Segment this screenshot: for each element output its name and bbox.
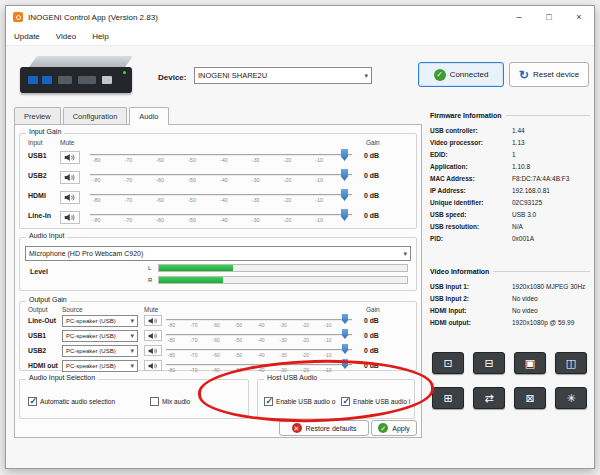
mute-button[interactable] xyxy=(60,171,80,184)
tick-label: -70 xyxy=(124,217,132,223)
output-gain-group: Output Gain Output Source Mute Gain Line… xyxy=(19,301,417,371)
mute-button[interactable] xyxy=(144,330,162,341)
layout-single-button[interactable]: ⊡ xyxy=(432,352,464,374)
mute-button[interactable] xyxy=(144,360,162,371)
tab-audio[interactable]: Audio xyxy=(129,107,168,125)
info-row: HDMI Input:No video xyxy=(430,304,590,316)
mute-button[interactable] xyxy=(144,345,162,356)
device-bar: Device: INOGENI SHARE2U ▾ ✓ Connected ↻ … xyxy=(6,46,594,106)
info-value: 0x001A xyxy=(512,235,534,242)
menu-help[interactable]: Help xyxy=(92,32,108,41)
source-select[interactable]: PC-speaker (USB)▾ xyxy=(62,345,138,357)
slider-tick-labels: -80-70-60-50-40-30-20-10 xyxy=(168,322,332,328)
slider-tick-labels: -80-70-60-50-40-30-20-10 xyxy=(93,217,324,223)
info-value: F8:DC:7A:4A:4B:F3 xyxy=(512,175,569,182)
checkbox[interactable] xyxy=(28,397,37,406)
slider-thumb[interactable] xyxy=(342,329,348,339)
mute-button[interactable] xyxy=(60,151,80,164)
minimize-button[interactable]: – xyxy=(504,6,534,28)
slider-tick-labels: -80-70-60-50-40-30-20-10 xyxy=(168,367,332,373)
slider-tick-labels: -80-70-60-50-40-30-20-10 xyxy=(93,157,324,163)
gain-slider[interactable]: -80-70-60-50-40-30-20-10 xyxy=(90,208,352,228)
close-button[interactable]: × xyxy=(564,6,594,28)
freeze-icon: ✳ xyxy=(566,392,575,405)
mute-button[interactable] xyxy=(60,191,80,204)
checkbox[interactable] xyxy=(341,397,350,406)
reset-label: Reset device xyxy=(533,70,579,79)
maximize-button[interactable]: □ xyxy=(534,6,564,28)
input-name: Line-In xyxy=(28,212,51,219)
mix-audio-option[interactable]: Mix audio xyxy=(150,397,190,406)
mute-button[interactable] xyxy=(60,211,80,224)
source-select[interactable]: PC-speaker (USB)▾ xyxy=(62,330,138,342)
tick-label: -80 xyxy=(93,157,101,163)
layout-grid-button[interactable]: ▣ xyxy=(514,352,546,374)
checkbox[interactable] xyxy=(150,397,159,406)
gain-value: 0 dB xyxy=(364,332,379,339)
apply-label: Apply xyxy=(392,425,410,432)
tick-label: -80 xyxy=(93,177,101,183)
tick-label: -70 xyxy=(124,197,132,203)
host-usb-audio-group: Host USB Audio Enable USB audio o Enable… xyxy=(257,379,415,419)
enable-usb-audio-input-option[interactable]: Enable USB audio i xyxy=(341,397,410,406)
tick-label: -50 xyxy=(235,337,242,343)
tick-label: -70 xyxy=(190,322,197,328)
info-row: Application:1.10.8 xyxy=(430,160,590,172)
tick-label: -20 xyxy=(283,177,291,183)
source-select[interactable]: PC-speaker (USB)▾ xyxy=(62,315,138,327)
slider-thumb[interactable] xyxy=(342,359,348,369)
info-label: PID: xyxy=(430,235,512,242)
level-meter-l xyxy=(158,264,408,272)
reset-device-button[interactable]: ↻ Reset device xyxy=(509,62,589,87)
info-value: 192.168.0.81 xyxy=(512,187,550,194)
audio-input-select[interactable]: Microphone (HD Pro Webcam C920) ▾ xyxy=(25,246,411,261)
layout-wide-button[interactable]: ⊟ xyxy=(473,352,505,374)
input-gain-row-usb2: USB2 -80-70-60-50-40-30-20-10 0 dB xyxy=(20,168,416,188)
window-title: INOGENI Control App (Version 2.83) xyxy=(28,13,158,22)
gain-slider[interactable]: -80-70-60-50-40-30-20-10 xyxy=(90,168,352,188)
title-bar: INOGENI Control App (Version 2.83) – □ × xyxy=(6,6,594,28)
restore-defaults-button[interactable]: ✕ Restore defaults xyxy=(279,420,369,436)
device-select[interactable]: INOGENI SHARE2U ▾ xyxy=(194,67,372,84)
gain-slider[interactable]: -80-70-60-50-40-30-20-10 xyxy=(90,148,352,168)
source-select[interactable]: PC-speaker (USB)▾ xyxy=(62,360,138,372)
tab-configuration[interactable]: Configuration xyxy=(63,107,128,124)
tick-label: -30 xyxy=(280,352,287,358)
layout-split-button[interactable]: ◫ xyxy=(555,352,587,374)
firmware-information-title: Firmware Information xyxy=(430,112,590,119)
lock-button[interactable]: ⊠ xyxy=(514,387,546,409)
audio-input-title: Audio Input xyxy=(26,232,67,239)
connected-button[interactable]: ✓ Connected xyxy=(418,62,504,87)
info-row: Unique identifier:02C93125 xyxy=(430,196,590,208)
info-row: USB controller:1.44 xyxy=(430,124,590,136)
menu-video[interactable]: Video xyxy=(56,32,76,41)
tick-label: -20 xyxy=(283,197,291,203)
freeze-button[interactable]: ✳ xyxy=(555,387,587,409)
tick-label: -20 xyxy=(302,337,309,343)
layout-pip-button[interactable]: ⊞ xyxy=(432,387,464,409)
mute-button[interactable] xyxy=(144,315,162,326)
gain-slider[interactable]: -80-70-60-50-40-30-20-10 xyxy=(166,359,352,379)
apply-button[interactable]: ✓ Apply xyxy=(371,420,417,436)
slider-thumb[interactable] xyxy=(341,149,348,161)
slider-thumb[interactable] xyxy=(342,314,348,324)
slider-thumb[interactable] xyxy=(341,169,348,181)
slider-thumb[interactable] xyxy=(342,344,348,354)
automatic-audio-selection-option[interactable]: Automatic audio selection xyxy=(28,397,115,406)
slider-tick-labels: -80-70-60-50-40-30-20-10 xyxy=(168,352,332,358)
checkbox[interactable] xyxy=(264,397,273,406)
info-row: USB speed:USB 3.0 xyxy=(430,208,590,220)
layout-grid-icon: ▣ xyxy=(525,357,535,370)
tab-preview[interactable]: Preview xyxy=(14,107,61,124)
swap-inputs-button[interactable]: ⇄ xyxy=(473,387,505,409)
enable-usb-audio-output-option[interactable]: Enable USB audio o xyxy=(264,397,335,406)
input-name: HDMI xyxy=(28,192,46,199)
info-row: EDID:1 xyxy=(430,148,590,160)
slider-thumb[interactable] xyxy=(341,189,348,201)
info-value: 1.13 xyxy=(512,139,525,146)
info-value: 1 xyxy=(512,151,516,158)
output-gain-row-lineout: Line-Out PC-speaker (USB)▾ -80-70-60-50-… xyxy=(20,314,416,329)
gain-slider[interactable]: -80-70-60-50-40-30-20-10 xyxy=(90,188,352,208)
slider-thumb[interactable] xyxy=(341,209,348,221)
menu-update[interactable]: Update xyxy=(14,32,40,41)
